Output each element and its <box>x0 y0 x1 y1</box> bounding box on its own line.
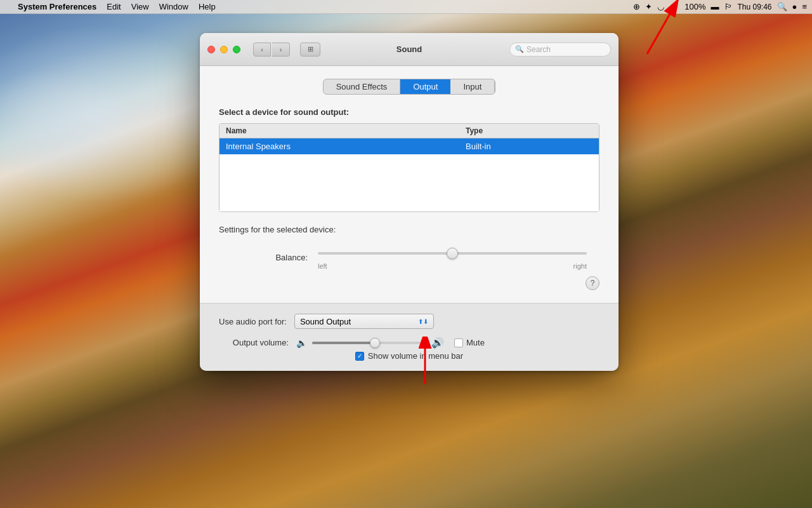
balance-left-label: left <box>318 262 327 270</box>
table-header: Name Type <box>219 124 599 138</box>
bluetooth-icon: ✦ <box>645 2 652 11</box>
menu-view[interactable]: View <box>131 2 149 11</box>
volume-high-icon: 🔊 <box>431 337 444 349</box>
app-name[interactable]: System Preferences <box>18 2 96 11</box>
grid-button[interactable]: ⊞ <box>300 43 320 57</box>
volume-slider-thumb[interactable] <box>370 338 380 348</box>
audio-port-row: Use audio port for: Sound Output ⬆⬇ <box>219 314 599 329</box>
device-table: Name Type Internal Speakers Built-in <box>219 123 599 212</box>
volume-slider-track[interactable] <box>312 342 426 344</box>
balance-labels: left right <box>318 262 587 270</box>
menubar: System Preferences Edit View Window Help… <box>0 0 812 14</box>
sound-window: ‹ › ⊞ Sound 🔍 Search Sound Effects Outpu… <box>200 33 619 371</box>
show-volume-checkbox[interactable]: ✓ <box>355 352 364 361</box>
battery-icon: ▬ <box>711 2 719 11</box>
menubar-right: ⊕ ✦ ◡ 🔊 100% ▬ 🏳 Thu 09:46 🔍 ● ≡ <box>633 2 807 11</box>
search-menubar-icon[interactable]: 🔍 <box>777 2 787 11</box>
select-arrow-icon: ⬆⬇ <box>418 318 428 325</box>
table-empty-area <box>219 154 599 211</box>
flag-icon: 🏳 <box>724 2 733 11</box>
select-device-label: Select a device for sound output: <box>219 107 599 117</box>
minimize-button[interactable] <box>220 46 228 53</box>
audio-port-select[interactable]: Sound Output ⬆⬇ <box>294 314 434 329</box>
device-name: Internal Speakers <box>226 142 466 151</box>
clock: Thu 09:46 <box>738 3 772 11</box>
device-type: Built-in <box>466 142 593 151</box>
balance-label: Balance: <box>232 253 308 262</box>
menu-help[interactable]: Help <box>199 2 216 11</box>
user-icon[interactable]: ● <box>792 2 797 11</box>
col-type-header: Type <box>466 126 593 135</box>
table-row[interactable]: Internal Speakers Built-in <box>219 138 599 154</box>
list-icon[interactable]: ≡ <box>802 2 807 11</box>
help-button[interactable]: ? <box>586 276 599 290</box>
output-volume-label: Output volume: <box>219 338 289 347</box>
table-body: Internal Speakers Built-in <box>219 138 599 211</box>
volume-row: Output volume: 🔈 🔊 Mute <box>219 337 599 349</box>
forward-button[interactable]: › <box>272 43 290 57</box>
window-content: Sound Effects Output Input Select a devi… <box>200 66 619 303</box>
tab-input[interactable]: Input <box>450 79 495 94</box>
search-icon: 🔍 <box>515 45 524 53</box>
volume-slider-fill <box>312 342 375 344</box>
menu-edit[interactable]: Edit <box>107 2 121 11</box>
close-button[interactable] <box>207 46 215 53</box>
balance-slider-track[interactable] <box>318 252 587 255</box>
balance-row: Balance: left right <box>219 244 599 270</box>
battery-percent: 100% <box>684 2 705 11</box>
audio-port-value: Sound Output <box>300 317 351 326</box>
mute-area: Mute <box>454 338 485 347</box>
wifi-icon: ◡ <box>657 2 664 11</box>
show-volume-row: ✓ Show volume in menu bar <box>219 351 599 361</box>
tab-sound-effects[interactable]: Sound Effects <box>324 79 401 94</box>
titlebar: ‹ › ⊞ Sound 🔍 Search <box>200 33 619 66</box>
audio-port-label: Use audio port for: <box>219 317 287 326</box>
volume-low-icon: 🔈 <box>296 338 307 348</box>
search-placeholder: Search <box>527 45 551 54</box>
mute-label: Mute <box>466 338 485 347</box>
back-button[interactable]: ‹ <box>253 43 271 57</box>
col-name-header: Name <box>226 126 466 135</box>
tab-group: Sound Effects Output Input <box>323 79 496 95</box>
traffic-lights <box>207 46 240 53</box>
nav-buttons: ‹ › <box>253 43 290 57</box>
balance-right-label: right <box>573 262 587 270</box>
menubar-left: System Preferences Edit View Window Help <box>5 2 633 11</box>
tab-output[interactable]: Output <box>400 79 450 94</box>
window-title: Sound <box>396 44 422 54</box>
maximize-button[interactable] <box>233 46 240 53</box>
balance-slider-container: left right <box>318 244 587 270</box>
settings-label: Settings for the selected device: <box>219 225 599 234</box>
mute-checkbox[interactable] <box>454 338 463 347</box>
menu-window[interactable]: Window <box>159 2 188 11</box>
bottom-section: Use audio port for: Sound Output ⬆⬇ Outp… <box>200 303 619 371</box>
volume-icon[interactable]: 🔊 <box>669 2 679 11</box>
show-volume-label: Show volume in menu bar <box>368 351 463 361</box>
balance-slider-thumb[interactable] <box>447 248 458 259</box>
tabs-container: Sound Effects Output Input <box>219 79 599 95</box>
search-box[interactable]: 🔍 Search <box>509 43 611 57</box>
target-icon: ⊕ <box>633 2 640 11</box>
